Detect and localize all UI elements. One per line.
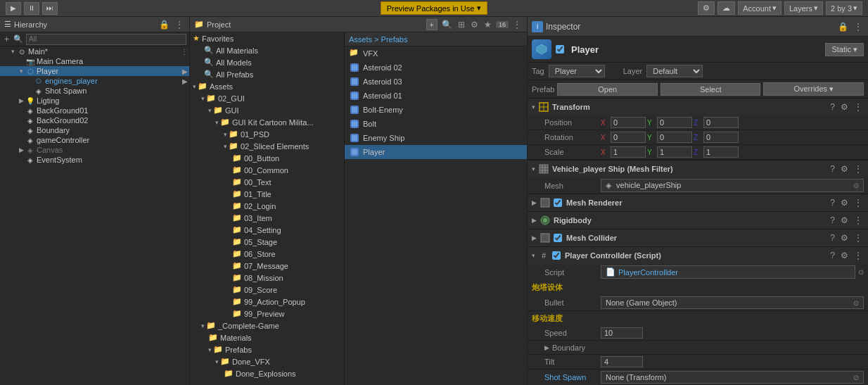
00button-folder[interactable]: 📁 00_Button [190, 152, 344, 164]
08mission-folder[interactable]: 📁 08_Mission [190, 272, 344, 284]
assets-folder[interactable]: ▾ 📁 Assets [190, 80, 344, 92]
player-more-btn[interactable]: ▶ [181, 68, 189, 75]
tree-item-boundary[interactable]: ◈ Boundary [0, 125, 189, 135]
03item-folder[interactable]: 📁 03_Item [190, 212, 344, 224]
overrides-button[interactable]: Overrides ▾ [763, 82, 864, 96]
tree-item-main[interactable]: ▾ ⊙ Main* ⋮ [0, 46, 189, 56]
hierarchy-lock-button[interactable]: 🔒 [158, 20, 171, 30]
meshfilter-header[interactable]: ▾ Vehicle_player Ship (Mesh Filter) ? ⚙ … [528, 160, 868, 177]
playercontroller-more-btn[interactable]: ⋮ [853, 251, 864, 260]
asset-asteroid01[interactable]: Asteroid 01 [345, 89, 527, 103]
account-button[interactable]: Account ▾ [738, 1, 781, 15]
rigidbody-more-btn[interactable]: ⋮ [853, 215, 864, 225]
rigidbody-header[interactable]: ▶ Rigidbody ? ⚙ ⋮ [528, 212, 868, 229]
07message-folder[interactable]: 📁 07_Message [190, 260, 344, 272]
01psd-folder[interactable]: ▾ 📁 01_PSD [190, 128, 344, 140]
play-button[interactable]: ▶ [6, 2, 21, 15]
static-button[interactable]: Static ▾ [825, 43, 864, 56]
doneexplosions-folder[interactable]: 📁 Done_Explosions [190, 367, 344, 379]
05stage-folder[interactable]: 📁 05_Stage [190, 236, 344, 248]
06store-folder[interactable]: 📁 06_Store [190, 248, 344, 260]
tree-item-bg02[interactable]: ◈ BackGround02 [0, 115, 189, 125]
tree-item-engines-player[interactable]: ⬡ engines_player ▶ [0, 76, 189, 86]
layer-select[interactable]: Default [646, 65, 703, 77]
step-button[interactable]: ⏭ [42, 2, 58, 15]
meshfilter-settings-btn[interactable]: ⚙ [839, 164, 850, 174]
playercontroller-enabled[interactable] [552, 251, 561, 260]
02-gui-folder[interactable]: ▾ 📁 02_GUI [190, 92, 344, 104]
02sliced-folder[interactable]: ▾ 📁 02_Sliced Elements [190, 140, 344, 152]
tree-item-shot-spawn[interactable]: ◈ Shot Spawn [0, 86, 189, 96]
project-star-button[interactable]: ★ [483, 20, 493, 30]
scale-x-input[interactable] [611, 146, 646, 158]
playercontroller-help-btn[interactable]: ? [829, 251, 836, 260]
position-y-input[interactable] [657, 117, 692, 128]
transform-header[interactable]: ▾ Transform ? ⚙ ⋮ [528, 99, 868, 115]
rigidbody-help-btn[interactable]: ? [829, 215, 836, 225]
preview-packages-button[interactable]: Preview Packages in Use ▾ [381, 1, 488, 15]
meshcollider-enabled[interactable] [554, 234, 562, 242]
position-x-input[interactable] [611, 117, 646, 128]
rotation-x-input[interactable] [611, 132, 646, 143]
donevfx-folder[interactable]: ▾ 📁 Done_VFX [190, 355, 344, 367]
layout-button[interactable]: 2 by 3 ▾ [826, 1, 862, 15]
00common-folder[interactable]: 📁 00_Common [190, 164, 344, 176]
tree-item-canvas[interactable]: ▶ ◈ Canvas [0, 145, 189, 155]
completegame-folder[interactable]: ▾ 📁 _Complete-Game [190, 320, 344, 332]
meshrenderer-help-btn[interactable]: ? [829, 198, 836, 208]
01title-folder[interactable]: 📁 01_Title [190, 188, 344, 200]
transform-settings-btn[interactable]: ⚙ [839, 102, 850, 112]
tree-item-player[interactable]: ▾ ⬡ Player ▶ [0, 66, 189, 76]
hierarchy-more-button[interactable]: ⋮ [174, 20, 185, 30]
asset-bolt-enemy[interactable]: Bolt-Enemy [345, 103, 527, 117]
inspector-more-button[interactable]: ⋮ [853, 22, 864, 32]
all-materials-item[interactable]: 🔍 All Materials [190, 44, 344, 56]
gui-folder[interactable]: ▾ 📁 GUI [190, 104, 344, 116]
00text-folder[interactable]: 📁 00_Text [190, 176, 344, 188]
meshcollider-more-btn[interactable]: ⋮ [853, 233, 864, 243]
meshrenderer-header[interactable]: ▶ Mesh Renderer ? ⚙ ⋮ [528, 194, 868, 211]
project-search-button[interactable]: 🔍 [440, 20, 454, 30]
meshcollider-header[interactable]: ▶ Mesh Collider ? ⚙ ⋮ [528, 229, 868, 246]
materials-folder[interactable]: 📁 Materials [190, 332, 344, 343]
all-models-item[interactable]: 🔍 All Models [190, 56, 344, 68]
engines-more-btn[interactable]: ▶ [181, 77, 189, 85]
scale-y-input[interactable] [657, 146, 692, 158]
asset-enemy-ship[interactable]: Enemy Ship [345, 131, 527, 145]
asset-vfx[interactable]: 📁 VFX [345, 46, 527, 61]
main-more-btn[interactable]: ⋮ [179, 48, 189, 56]
99action-folder[interactable]: 📁 99_Action_Popup [190, 296, 344, 308]
meshrenderer-settings-btn[interactable]: ⚙ [839, 198, 850, 208]
project-more-button[interactable]: ⋮ [511, 20, 523, 30]
meshrenderer-more-btn[interactable]: ⋮ [853, 198, 864, 208]
meshfilter-more-btn[interactable]: ⋮ [853, 164, 864, 174]
asset-asteroid02[interactable]: Asteroid 02 [345, 61, 527, 75]
cloud-button[interactable]: ☁ [717, 1, 735, 15]
inspector-lock-button[interactable]: 🔒 [836, 22, 850, 32]
asset-player[interactable]: Player [345, 145, 527, 159]
select-button[interactable]: Select [660, 83, 761, 96]
tree-item-ligting[interactable]: ▶ 💡 Ligting [0, 96, 189, 106]
tree-item-eventsystem[interactable]: ◈ EventSystem [0, 155, 189, 165]
meshfilter-help-btn[interactable]: ? [829, 164, 836, 174]
rigidbody-settings-btn[interactable]: ⚙ [839, 215, 850, 225]
rotation-z-input[interactable] [703, 132, 739, 143]
tag-select[interactable]: Player [549, 65, 605, 77]
settings-button[interactable]: ⚙ [698, 1, 715, 15]
project-add-button[interactable]: + [426, 19, 438, 30]
hierarchy-add-button[interactable]: + [3, 34, 11, 44]
prefabs-tree-folder[interactable]: ▾ 📁 Prefabs [190, 343, 344, 355]
meshcollider-help-btn[interactable]: ? [829, 233, 836, 243]
position-z-input[interactable] [703, 117, 739, 128]
transform-more-btn[interactable]: ⋮ [853, 102, 864, 112]
asset-bolt[interactable]: Bolt [345, 117, 527, 131]
playercontroller-settings-btn[interactable]: ⚙ [839, 251, 850, 260]
hierarchy-search-input[interactable] [26, 34, 186, 45]
open-button[interactable]: Open [557, 83, 658, 96]
all-prefabs-item[interactable]: 🔍 All Prefabs [190, 68, 344, 80]
asset-asteroid03[interactable]: Asteroid 03 [345, 75, 527, 89]
04setting-folder[interactable]: 📁 04_Setting [190, 224, 344, 236]
pause-button[interactable]: ⏸ [24, 2, 39, 15]
project-filter-button[interactable]: ⚙ [469, 20, 480, 30]
tree-item-gamecontroller[interactable]: ◈ gameController [0, 135, 189, 145]
